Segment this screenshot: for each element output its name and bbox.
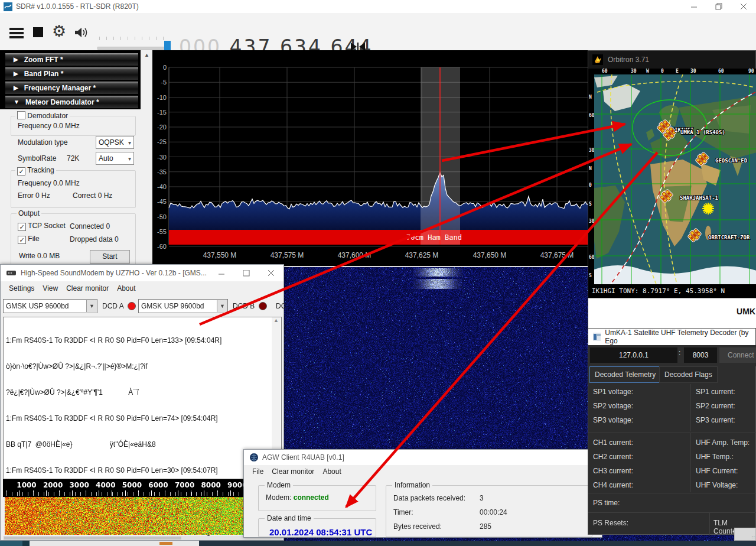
scroll-up-icon[interactable]: ▲ xyxy=(141,50,152,60)
umka-titlebar[interactable]: UmKA-1 Satellite UHF Telemetry Decoder (… xyxy=(588,329,755,345)
spectrogram-hscrollbar[interactable] xyxy=(3,536,282,540)
latitude-label: S xyxy=(589,202,592,207)
panel-frequency-manager[interactable]: ▶Frequency Manager * xyxy=(5,81,139,95)
svg-text:-20: -20 xyxy=(157,124,167,131)
demodulator-checkbox[interactable]: Demodulator xyxy=(15,111,70,120)
sdrsharp-titlebar[interactable]: SDR# v1.0.0.1555 - RTL-SDR (R820T) xyxy=(0,0,756,13)
menu-hamburger-icon[interactable] xyxy=(9,26,24,40)
datetime-group: Date and time 20.01.2024 08:54:31 UTC xyxy=(258,518,376,537)
scale-label: 8000 xyxy=(201,481,220,489)
minimize-icon[interactable] xyxy=(682,0,706,13)
scale-label: 1000 xyxy=(17,481,36,489)
telemetry-field: UHF Voltage: xyxy=(696,481,738,489)
ip-address-field[interactable]: 127.0.0.1 xyxy=(590,347,677,363)
background-window-corner: ∷ xyxy=(734,528,756,541)
tcp-status: Connected 0 xyxy=(70,222,110,230)
file-label: File xyxy=(28,235,39,243)
agw-titlebar[interactable]: AGW Client R4UAB [v0.1] xyxy=(244,450,602,465)
panel-zoom-fft[interactable]: ▶Zoom FFT * xyxy=(5,53,139,66)
close-icon[interactable] xyxy=(259,265,284,281)
scale-label: 2000 xyxy=(43,481,63,489)
menu-clear-monitor[interactable]: Clear monitor xyxy=(272,467,314,476)
soundmodem-title-text: High-Speed SoundModem by UZ7HO - Ver 0.1… xyxy=(21,269,207,277)
panel-meteor-demodulator[interactable]: ▼Meteor Demodulator * xyxy=(5,95,139,109)
spectrogram-frequency-scale: 100020003000400050006000700080009000 xyxy=(3,479,282,497)
latitude-label: N xyxy=(589,95,592,100)
info-label: Timer: xyxy=(393,508,413,516)
orbitron-titlebar[interactable]: Orbitron 3.71 xyxy=(588,51,755,69)
scale-label: 7000 xyxy=(175,481,194,489)
symbolrate-select[interactable]: Auto▾ xyxy=(96,152,134,165)
telemetry-field: UHF Current: xyxy=(696,467,738,475)
restore-icon[interactable] xyxy=(706,0,731,13)
svg-text:-10: -10 xyxy=(157,94,167,101)
orbitron-window: Orbitron 3.71 6030W0E306090 N6030N0S3060… xyxy=(588,50,756,329)
telemetry-field: UHF Amp. Temp: xyxy=(696,438,750,447)
umka-app-icon xyxy=(593,333,601,341)
agw-title-text: AGW Client R4UAB [v0.1] xyxy=(262,453,344,462)
collapse-arrow-icon: ▶ xyxy=(14,84,18,91)
maximize-icon[interactable] xyxy=(234,265,259,281)
packet-monitor[interactable]: 1:Fm RS40S-1 To R3DDF <I R R0 S0 Pid=F0 … xyxy=(3,317,282,479)
monitor-line: BB qT|7 @0öHÈ|«e} ÿt''ÓÈ|«eäH&8 xyxy=(6,440,281,449)
close-icon[interactable] xyxy=(731,0,756,13)
latitude-label: 0 xyxy=(589,183,592,188)
dropdown-arrow-icon[interactable]: ▼ xyxy=(86,300,97,312)
sidebar-scrollbar[interactable]: ▲ xyxy=(141,50,152,263)
dropdown-arrow-icon[interactable]: ▼ xyxy=(217,300,227,312)
menu-view[interactable]: View xyxy=(43,284,58,292)
tcp-socket-checkbox[interactable]: ✓ TCP Socket xyxy=(18,222,66,231)
menu-about[interactable]: About xyxy=(322,467,341,476)
menu-settings[interactable]: Settings xyxy=(9,284,34,292)
minimize-icon[interactable] xyxy=(209,265,234,281)
sun-icon xyxy=(702,203,714,214)
orbitron-title-text: Orbitron 3.71 xyxy=(608,56,649,64)
correct-value: Correct 0 Hz xyxy=(73,191,112,200)
error-value: Error 0 Hz xyxy=(18,191,50,200)
modem-b-value: GMSK USP 9600bd xyxy=(139,302,217,310)
tab-decoded-flags[interactable]: Decoded Flags xyxy=(659,366,718,383)
longitude-label: E xyxy=(676,69,679,74)
file-checkbox[interactable]: ✓ File xyxy=(18,235,40,244)
soundmodem-spectrogram[interactable] xyxy=(5,497,280,535)
soundmodem-titlebar[interactable]: High-Speed SoundModem by UZ7HO - Ver 0.1… xyxy=(1,265,284,281)
info-label: Bytes received: xyxy=(393,522,442,531)
speaker-icon[interactable] xyxy=(74,27,89,41)
output-group-label: Output xyxy=(17,209,41,217)
modem-a-select[interactable]: GMSK USP 9600bd▼ xyxy=(3,299,97,313)
info-label: Data packets received: xyxy=(393,494,465,502)
symbolrate-mode: Auto xyxy=(99,154,113,162)
tab-decoded-telemetry[interactable]: Decoded Telemetry xyxy=(589,366,661,383)
menu-about[interactable]: About xyxy=(117,284,135,292)
scale-label: 3000 xyxy=(69,481,89,489)
menu-file[interactable]: File xyxy=(252,467,263,476)
meteor-demodulator-panel: Demodulator Frequency 0.0 MHz Modulation… xyxy=(0,109,141,263)
panel-label: Meteor Demodulator * xyxy=(25,98,99,106)
settings-gear-icon[interactable]: ⚙ xyxy=(52,24,66,40)
panel-label: Frequency Manager * xyxy=(24,84,96,92)
telemetry-field: UHF Temp.: xyxy=(696,453,734,461)
modem-b-select[interactable]: GMSK USP 9600bd▼ xyxy=(138,299,228,313)
telemetry-field: CH1 current: xyxy=(593,438,633,447)
start-button[interactable]: Start xyxy=(90,250,130,264)
connect-button[interactable]: Connect xyxy=(719,347,756,363)
svg-text:-35: -35 xyxy=(157,168,167,176)
sdrsharp-app-icon xyxy=(4,2,12,11)
panel-band-plan[interactable]: ▶Band Plan * xyxy=(5,67,139,80)
volume-slider-track[interactable] xyxy=(97,47,171,50)
menu-clear-monitor[interactable]: Clear monitor xyxy=(66,284,109,292)
tracking-checkbox[interactable]: ✓ Tracking xyxy=(15,166,56,176)
orbitron-bottom-panel: UMK xyxy=(588,298,756,330)
modulation-type-select[interactable]: OQPSK▾ xyxy=(96,136,134,149)
orbitron-status-bar: IK1HGI TONY: 8.7917° E, 45.3958° N xyxy=(588,284,756,298)
tracking-label: Tracking xyxy=(27,166,54,174)
geoscan-label: GEOSCAN-ED xyxy=(715,158,748,164)
port-field[interactable]: 8003 xyxy=(684,347,717,363)
symbolrate-label: SymbolRate xyxy=(18,154,56,162)
modem-label: Modem: xyxy=(266,493,291,502)
agw-menubar: File Clear monitor About xyxy=(244,465,602,478)
background-strip xyxy=(0,541,756,546)
agw-app-icon xyxy=(250,453,258,462)
svg-text:-45: -45 xyxy=(157,198,167,205)
stop-button[interactable] xyxy=(33,27,43,37)
